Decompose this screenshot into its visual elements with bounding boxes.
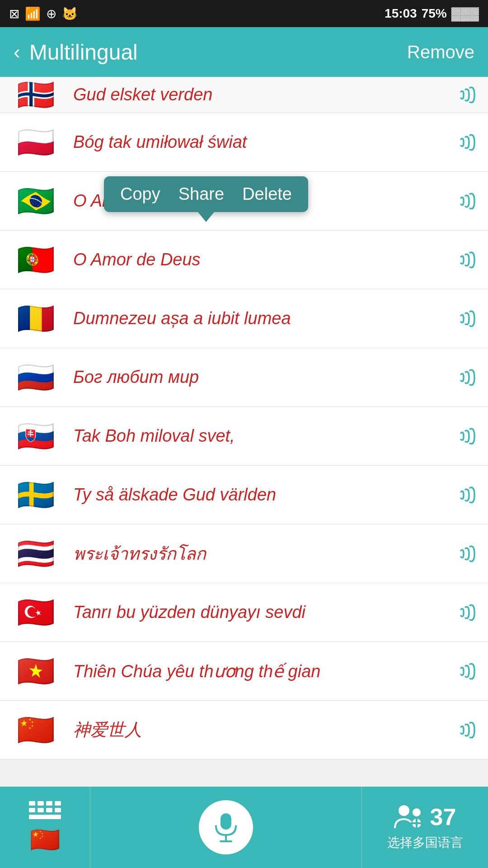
sound-button-brazilian[interactable] (457, 191, 477, 211)
language-count: 37 (430, 803, 456, 830)
list-item[interactable]: 🇨🇳 神爱世人 (0, 701, 488, 760)
sound-button-norwegian[interactable] (457, 85, 477, 105)
flag-swedish: 🇸🇪 (11, 478, 61, 512)
item-text-chinese: 神爱世人 (73, 718, 457, 741)
flag-norwegian: 🇳🇴 (11, 78, 61, 112)
cat-icon: 🐱 (62, 6, 78, 21)
sound-button-vietnamese[interactable] (457, 661, 477, 681)
flag-slovak: 🇸🇰 (11, 419, 61, 453)
item-text-polish: Bóg tak umiłował świat (73, 132, 457, 152)
sound-button-thai[interactable] (457, 544, 477, 564)
delete-button[interactable]: Delete (242, 184, 292, 204)
bottom-bar: 🇨🇳 37 选择多国语言 (0, 787, 488, 868)
sound-button-slovak[interactable] (457, 426, 477, 446)
mic-icon (212, 811, 239, 843)
flag-polish: 🇵🇱 (11, 125, 61, 160)
bottom-right: 37 选择多国语言 (361, 787, 488, 868)
bottom-center (90, 787, 361, 868)
app-header: ‹ Multilingual Remove (0, 27, 488, 77)
list-item[interactable]: 🇸🇰 Tak Boh miloval svet, (0, 407, 488, 466)
flag-romanian: 🇷🇴 (11, 302, 61, 336)
item-text-thai: พระเจ้าทรงรักโลก (73, 540, 457, 567)
battery-percent: 75% (422, 6, 447, 21)
sound-button-russian[interactable] (457, 368, 477, 387)
sound-button-polish[interactable] (457, 132, 477, 152)
flag-vietnamese: 🇻🇳 (11, 654, 61, 689)
item-text-romanian: Dumnezeu așa a iubit lumea (73, 309, 457, 328)
flag-portuguese: 🇵🇹 (11, 243, 61, 277)
page-title: Multilingual (29, 40, 138, 65)
flag-brazilian: 🇧🇷 (11, 184, 61, 218)
keyboard-icon[interactable] (29, 801, 61, 819)
wifi-icon: 📶 (25, 6, 41, 21)
sim-icon: ⊠ (9, 6, 19, 21)
copy-button[interactable]: Copy (120, 184, 160, 204)
list-item[interactable]: 🇳🇴 Gud elsket verden (0, 77, 488, 113)
sound-button-portuguese[interactable] (457, 250, 477, 270)
list-item[interactable]: 🇷🇺 Бог любит мир (0, 348, 488, 407)
list-item[interactable]: 🇵🇱 Bóg tak umiłował świat (0, 113, 488, 172)
people-icon (394, 803, 426, 830)
back-button[interactable]: ‹ (14, 41, 20, 63)
list-item[interactable]: 🇹🇷 Tanrı bu yüzden dünyayı sevdi (0, 583, 488, 642)
flag-chinese: 🇨🇳 (11, 713, 61, 747)
status-icons: ⊠ 📶 ⊕ 🐱 (9, 6, 78, 21)
item-text-swedish: Ty så älskade Gud världen (73, 485, 457, 505)
status-right: 15:03 75% ▓▓▓ (385, 6, 479, 21)
item-text-vietnamese: Thiên Chúa yêu thương thế gian (73, 661, 457, 681)
bottom-left: 🇨🇳 (0, 787, 90, 868)
flag-russian: 🇷🇺 (11, 360, 61, 395)
signal-icon: ⊕ (46, 6, 56, 21)
flag-thai: 🇹🇭 (11, 537, 61, 571)
mic-button[interactable] (199, 800, 253, 854)
sound-button-turkish[interactable] (457, 603, 477, 623)
list-item[interactable]: 🇻🇳 Thiên Chúa yêu thương thế gian (0, 642, 488, 701)
item-text-turkish: Tanrı bu yüzden dünyayı sevdi (73, 603, 457, 622)
share-button[interactable]: Share (178, 184, 224, 204)
language-list: 🇳🇴 Gud elsket verden 🇵🇱 Bóg tak umiłował… (0, 77, 488, 760)
flag-turkish: 🇹🇷 (11, 595, 61, 630)
list-item-brazilian[interactable]: 🇧🇷 O Am... Copy Share Delete (0, 172, 488, 231)
bottom-flag[interactable]: 🇨🇳 (30, 826, 60, 854)
bottom-label: 选择多国语言 (387, 834, 463, 851)
sound-button-chinese[interactable] (457, 720, 477, 740)
header-left: ‹ Multilingual (14, 40, 138, 65)
sound-button-swedish[interactable] (457, 485, 477, 505)
svg-rect-0 (221, 813, 231, 830)
item-text-norwegian: Gud elsket verden (73, 85, 457, 104)
sound-button-romanian[interactable] (457, 309, 477, 329)
language-count-section[interactable]: 37 (394, 803, 456, 830)
list-item[interactable]: 🇵🇹 O Amor de Deus (0, 231, 488, 289)
battery-icon: ▓▓▓ (451, 6, 479, 21)
item-text-portuguese: O Amor de Deus (73, 250, 457, 269)
list-item[interactable]: 🇷🇴 Dumnezeu așa a iubit lumea (0, 289, 488, 348)
svg-point-4 (413, 808, 421, 816)
item-text-russian: Бог любит мир (73, 368, 457, 387)
status-bar: ⊠ 📶 ⊕ 🐱 15:03 75% ▓▓▓ (0, 0, 488, 27)
context-menu: Copy Share Delete (104, 176, 308, 212)
time: 15:03 (385, 6, 417, 21)
list-item[interactable]: 🇸🇪 Ty så älskade Gud världen (0, 466, 488, 524)
svg-point-3 (399, 805, 409, 816)
item-text-slovak: Tak Boh miloval svet, (73, 426, 457, 446)
remove-button[interactable]: Remove (407, 42, 474, 62)
list-item[interactable]: 🇹🇭 พระเจ้าทรงรักโลก (0, 524, 488, 583)
